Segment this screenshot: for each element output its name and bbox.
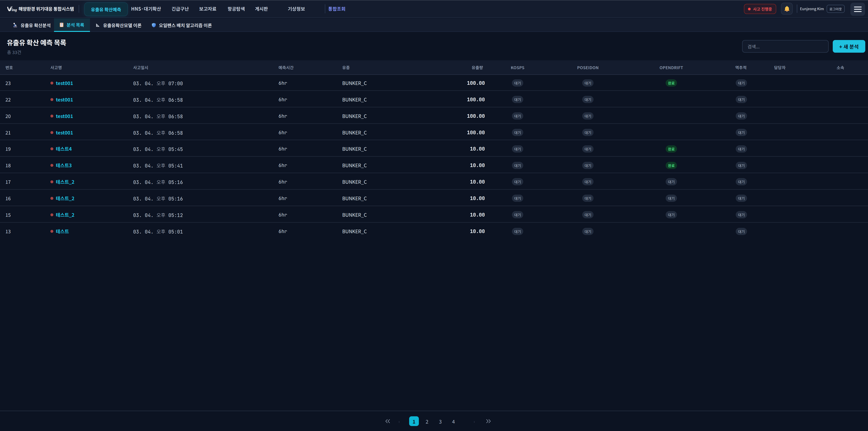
- svg-text:ing: ing: [12, 8, 17, 12]
